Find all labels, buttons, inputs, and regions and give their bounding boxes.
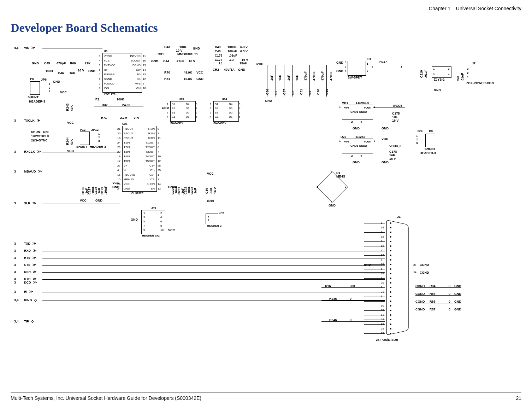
pin: 3	[416, 141, 418, 145]
volt-c177: 16 V	[242, 58, 248, 62]
part-vr1: LD29300	[356, 101, 369, 105]
net-gnd: GND	[364, 263, 371, 267]
pin: 4	[345, 69, 346, 72]
signal-tip: 3,4TIP◇	[14, 320, 34, 323]
lbl-shunt: SHUNT	[425, 147, 436, 151]
signal-ring: 3,4RING◇	[14, 298, 37, 302]
type-header3: HEADER-3	[90, 145, 106, 148]
volt-c44: 16 V	[189, 59, 195, 63]
ref-zjys: ZJYS-2	[434, 78, 445, 81]
net-vcc: VCC	[168, 228, 175, 232]
volt-c43: 10 V	[176, 49, 183, 52]
pin: 3	[367, 69, 368, 72]
val-r71: 2.2M	[120, 116, 127, 120]
signal-rts: 3RTS≫	[14, 256, 36, 260]
ref-r31: R31	[164, 77, 170, 81]
net-vcc: VCC	[207, 172, 214, 175]
volt-c39: 16 V	[213, 187, 217, 194]
pin: 2	[467, 71, 468, 75]
net-gnd: GND	[382, 127, 389, 130]
signal-cts: 3CTS≫	[14, 263, 36, 267]
signal-rxd: 3RXD≫	[14, 249, 36, 252]
val-cr1: MMBD301LT1	[177, 52, 198, 56]
ref-jp2: JP2	[219, 211, 224, 215]
pin: 3	[433, 73, 435, 76]
signal-slp: 3SLP≫	[14, 202, 36, 205]
signal-txclk: 3TXCLK≫	[14, 119, 40, 122]
signal-dsr: 3DSR≫	[14, 270, 36, 274]
val-c41: .01uF	[461, 73, 464, 81]
ref-c49: C49	[215, 45, 221, 49]
part-u9: LTC1778	[104, 93, 116, 96]
ref-u15: U15	[179, 98, 184, 101]
pin: 4	[331, 200, 332, 203]
ref-u14: U14	[222, 98, 227, 101]
ref-r243: R243	[66, 103, 69, 111]
part-u22: TC1262	[354, 135, 365, 139]
type-jp4: HEADER-5x2	[142, 234, 160, 237]
ref-c46: C46	[58, 71, 64, 75]
ref-cr1: CR1	[158, 52, 164, 56]
pin-name: GND2	[359, 144, 367, 147]
lbl-shunt: SHUNT	[76, 145, 87, 148]
ref-c178: C178	[389, 150, 397, 153]
pin: 3	[467, 67, 468, 70]
signal-dcd: 3DCD≫	[14, 281, 37, 284]
pin: 1	[317, 185, 318, 188]
pin: 2	[345, 185, 346, 188]
net-vin: VIN	[134, 116, 139, 120]
val-c175: 1uF	[392, 115, 398, 119]
pin: 2	[345, 65, 346, 68]
net-vdd33: VDD3_3	[389, 144, 401, 148]
pin: 2	[448, 67, 449, 70]
type-j1: 25-POS/D-SUB	[376, 338, 398, 342]
volt-c48: 6.3 V	[240, 49, 248, 53]
val-c44: .22uF	[176, 59, 184, 63]
ref-jp12: JP12	[91, 128, 99, 132]
pin: 3	[98, 139, 100, 142]
ref-vr1: VR1	[342, 101, 348, 105]
pin-name: VOUT	[364, 140, 372, 143]
net-gnd: GND	[329, 204, 336, 207]
pin: 2	[351, 154, 353, 157]
net-gnd: GND	[193, 47, 200, 50]
j1-connector	[385, 219, 410, 336]
sw-s1	[348, 61, 366, 76]
note3: 2&3=SYNC	[31, 139, 48, 142]
val-r244: 47K	[70, 139, 73, 145]
ref-c41: C41	[456, 75, 460, 81]
ref-j7: J7	[472, 62, 475, 65]
type-s1: SW-SPDT	[348, 76, 362, 79]
footer-text: Multi-Tech Systems, Inc. Universal Socke…	[11, 395, 201, 401]
net-gnd: GND	[151, 59, 158, 63]
ref-s1: S1	[367, 57, 371, 61]
ref-r244: R244	[66, 137, 69, 145]
net-gnd: GND	[88, 69, 95, 73]
type-header3: HEADER-3	[29, 100, 45, 103]
ref-c176: C176	[215, 54, 223, 57]
part-d1: MB4S	[336, 175, 345, 178]
ref-jp6: JP6	[41, 78, 47, 81]
net-vcc: VCC	[67, 149, 74, 153]
shunt-p12	[80, 132, 90, 145]
ref-u22: U22	[341, 135, 347, 139]
net-gnd: GND	[434, 88, 441, 92]
page-title: Developer Board Schematics	[11, 21, 521, 35]
ref-c175: C175	[392, 112, 400, 115]
val-c210: .01uF	[424, 69, 427, 78]
pin: 1	[433, 67, 435, 70]
net-vcc: VCC	[80, 199, 87, 202]
volt-c49: 6.3 V	[240, 45, 248, 49]
volt-c178: 16 V	[389, 157, 396, 161]
pin: 2	[372, 65, 373, 68]
net-gnd: GND	[336, 61, 343, 64]
lbl-shunt: SHUNT	[28, 95, 39, 99]
ref-p9: P9	[429, 129, 433, 133]
pin-name: GND1	[350, 110, 358, 113]
pin: 2	[351, 120, 353, 123]
ref-c44: C44	[163, 59, 169, 63]
val-c49: 100uF	[227, 45, 237, 49]
shunt-p6	[30, 81, 40, 95]
ref-jp9: JP9	[417, 129, 422, 133]
pin: 26	[413, 271, 416, 274]
